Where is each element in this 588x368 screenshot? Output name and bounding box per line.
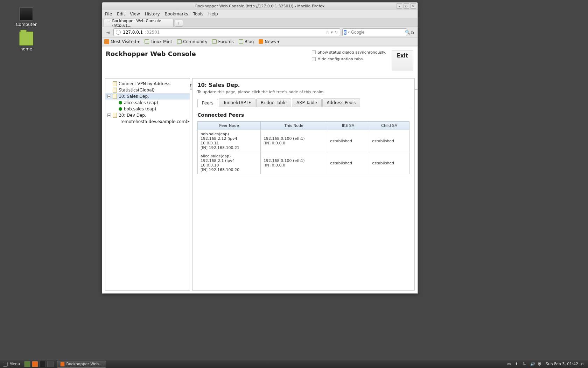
bookmarks-toolbar: Most Visited ▾ Linux Mint Community Foru… bbox=[102, 38, 418, 46]
table-row[interactable]: bob.sales(eap) 192.168.2.12 (ipv4 10.0.0… bbox=[198, 130, 410, 152]
menu-edit[interactable]: Edit bbox=[117, 12, 125, 16]
desktop-icon-home[interactable]: home bbox=[10, 32, 42, 52]
bookmark-forums[interactable]: Forums bbox=[212, 39, 233, 44]
firefox-icon bbox=[60, 362, 64, 367]
exit-button[interactable]: Exit bbox=[392, 50, 413, 70]
taskbar-app-firefox[interactable]: Rockhopper Web Co... bbox=[57, 361, 106, 368]
search-dropdown-icon[interactable]: ▾ bbox=[348, 30, 350, 34]
tree-item-dev-dep[interactable]: − 20: Dev Dep. bbox=[105, 112, 190, 118]
reload-icon[interactable]: ↻ bbox=[334, 30, 338, 35]
cell-this: 192.168.0.100 (eth1) [IN] 0.0.0.0 bbox=[261, 152, 327, 174]
firefox-window: Rockhopper Web Console (http://127.0.0.1… bbox=[102, 2, 418, 294]
show-desktop-icon[interactable] bbox=[24, 361, 30, 367]
subtab-peers[interactable]: Peers bbox=[197, 99, 218, 107]
bookmark-linux-mint[interactable]: Linux Mint bbox=[145, 39, 172, 44]
bookmark-star-icon[interactable]: ☆ bbox=[326, 30, 329, 35]
close-button[interactable]: ✕ bbox=[411, 3, 416, 9]
start-menu-button[interactable]: Menu bbox=[0, 360, 23, 368]
url-port: :32501 bbox=[145, 30, 160, 35]
tree-item-bob[interactable]: bob.sales (eap) bbox=[105, 106, 190, 112]
search-input[interactable] bbox=[351, 30, 404, 35]
tree-item-remotehost[interactable]: remotehost5.dev.example.com(FQDN)[alt] bbox=[105, 118, 190, 125]
status-dot-icon bbox=[119, 107, 122, 111]
tray-icon[interactable]: ▭ bbox=[507, 362, 512, 367]
system-tray: ▭ ⬆ ⇅ 🔊 ⛨ Sun Feb 3, 01:42 ▫ bbox=[505, 362, 588, 367]
files-launcher-icon[interactable] bbox=[47, 361, 54, 367]
checkbox-icon bbox=[312, 50, 316, 54]
desktop-icon-label: Computer bbox=[10, 22, 42, 27]
browser-tab-strip: Rockhopper Web Console (http://1... + bbox=[102, 18, 418, 27]
desktop-icon-computer[interactable]: Computer bbox=[10, 7, 42, 27]
google-icon: g bbox=[344, 30, 346, 35]
cell-this: 192.168.0.100 (eth1) [IN] 0.0.0.0 bbox=[261, 130, 327, 152]
globe-icon bbox=[116, 30, 121, 35]
tree-item-alice[interactable]: alice.sales (eap) bbox=[105, 100, 190, 106]
detail-panel: 10: Sales Dep. To update this page, plea… bbox=[192, 78, 415, 291]
cell-child: established bbox=[369, 130, 410, 152]
checkbox-icon bbox=[312, 57, 316, 61]
window-titlebar[interactable]: Rockhopper Web Console (http://127.0.0.1… bbox=[102, 2, 418, 10]
terminal-launcher-icon[interactable] bbox=[40, 361, 46, 367]
mint-icon bbox=[239, 39, 243, 44]
search-bar[interactable]: g ▾ 🔍 bbox=[342, 28, 407, 36]
home-button[interactable]: ⌂ bbox=[409, 29, 415, 35]
col-child-sa: Child SA bbox=[369, 122, 410, 130]
tree-item-statistics[interactable]: Statistics(Global) bbox=[105, 87, 190, 93]
page-content: Rockhopper Web Console Show status dialo… bbox=[102, 47, 418, 293]
browser-tab[interactable]: Rockhopper Web Console (http://1... bbox=[104, 19, 174, 27]
bookmark-news[interactable]: News ▾ bbox=[259, 39, 279, 44]
desktop-icon-label: home bbox=[10, 47, 42, 52]
collapse-icon[interactable]: − bbox=[107, 114, 111, 117]
menu-history[interactable]: History bbox=[145, 12, 160, 16]
window-title: Rockhopper Web Console (http://127.0.0.1… bbox=[102, 4, 418, 8]
computer-icon bbox=[19, 7, 33, 21]
folder-icon bbox=[104, 39, 109, 44]
subtab-address-pools[interactable]: Address Pools bbox=[322, 98, 360, 107]
url-bar[interactable]: 127.0.0.1:32501 ☆ ▾ ↻ bbox=[113, 28, 340, 36]
menu-tools[interactable]: Tools bbox=[193, 12, 204, 16]
clock[interactable]: Sun Feb 3, 01:42 bbox=[546, 362, 578, 366]
mint-logo-icon bbox=[3, 362, 8, 367]
mint-icon bbox=[177, 39, 182, 44]
tree-item-sales-dep[interactable]: − 10: Sales Dep. bbox=[105, 93, 190, 100]
minimize-button[interactable]: – bbox=[397, 3, 402, 9]
new-tab-button[interactable]: + bbox=[175, 20, 183, 27]
cell-peer: alice.sales(eap) 192.168.2.1 (ipv4 10.0.… bbox=[198, 152, 261, 174]
shield-icon[interactable]: ⛨ bbox=[538, 362, 543, 367]
col-this-node: This Node bbox=[261, 122, 327, 130]
dropdown-icon[interactable]: ▾ bbox=[331, 30, 333, 35]
peers-table: Peer Node This Node IKE SA Child SA bob.… bbox=[197, 121, 410, 174]
tray-expand-icon[interactable]: ▫ bbox=[581, 362, 586, 367]
menu-help[interactable]: Help bbox=[208, 12, 218, 16]
subtab-arp[interactable]: ARP Table bbox=[292, 98, 322, 107]
mint-icon bbox=[212, 39, 217, 44]
col-ike-sa: IKE SA bbox=[327, 122, 369, 130]
subtab-tunnel[interactable]: Tunnel/TAP IF bbox=[219, 98, 255, 107]
browser-tab-label: Rockhopper Web Console (http://1... bbox=[112, 19, 170, 28]
mint-icon bbox=[145, 39, 149, 44]
checkbox-hide-tabs[interactable]: Hide configuration tabs. bbox=[312, 57, 386, 61]
tree-item-connect-vpn[interactable]: Connect VPN by Address bbox=[105, 81, 190, 87]
col-peer-node: Peer Node bbox=[198, 122, 261, 130]
network-icon[interactable]: ⇅ bbox=[523, 362, 527, 367]
bookmark-blog[interactable]: Blog bbox=[239, 39, 254, 44]
volume-icon[interactable]: 🔊 bbox=[530, 362, 535, 367]
tree-panel: Connect VPN by Address Statistics(Global… bbox=[105, 78, 190, 291]
back-button[interactable]: ◄ bbox=[104, 29, 111, 36]
document-icon bbox=[113, 94, 117, 99]
menu-bookmarks[interactable]: Bookmarks bbox=[165, 12, 188, 16]
checkbox-async-status[interactable]: Show status dialog asynchronously. bbox=[312, 50, 386, 55]
updates-icon[interactable]: ⬆ bbox=[515, 362, 520, 367]
subtab-bridge[interactable]: Bridge Table bbox=[256, 98, 291, 107]
detail-subtitle: To update this page, please click the le… bbox=[197, 90, 410, 94]
bookmark-community[interactable]: Community bbox=[177, 39, 207, 44]
collapse-icon[interactable]: − bbox=[107, 95, 111, 98]
menu-view[interactable]: View bbox=[130, 12, 140, 16]
menu-file[interactable]: File bbox=[105, 12, 112, 16]
status-dot-icon bbox=[119, 101, 122, 104]
bookmark-most-visited[interactable]: Most Visited ▾ bbox=[104, 39, 140, 44]
favicon-icon bbox=[107, 21, 110, 25]
firefox-launcher-icon[interactable] bbox=[32, 361, 38, 367]
maximize-button[interactable]: ▫ bbox=[404, 3, 409, 9]
table-row[interactable]: alice.sales(eap) 192.168.2.1 (ipv4 10.0.… bbox=[198, 152, 410, 174]
